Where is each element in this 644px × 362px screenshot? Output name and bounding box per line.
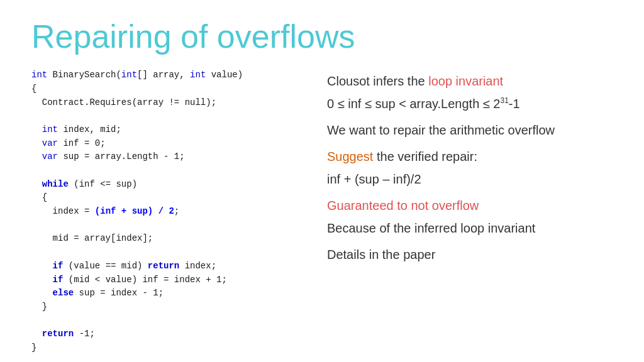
code-line-4 [31, 109, 308, 123]
code-type-int2: int [121, 70, 137, 80]
code-line-12 [31, 219, 308, 233]
code-keyword-return2: return [42, 329, 74, 339]
right-line2-text: 0 ≤ inf ≤ sup < array.Length ≤ 2 [327, 97, 501, 111]
right-panel: Clousot infers the loop invariant 0 ≤ in… [327, 69, 613, 354]
code-type-int4: int [42, 124, 58, 134]
code-line-19 [31, 314, 308, 328]
right-line6-highlight: Guaranteed to not overflow [327, 199, 479, 212]
code-line-8 [31, 164, 308, 178]
right-line5-text: inf + (sup – inf)/2 [327, 172, 421, 186]
code-line-20: return -1; [31, 327, 308, 341]
code-line-6: var inf = 0; [31, 137, 308, 151]
code-panel: int BinarySearch(int[] array, int value)… [31, 69, 308, 354]
code-line-1: int BinarySearch(int[] array, int value) [31, 69, 308, 82]
right-line7-text: Because of the inferred loop invariant [327, 221, 535, 235]
code-line-2: { [31, 82, 308, 96]
code-line-10: { [31, 191, 308, 205]
slide: Repairing of overflows int BinarySearch(… [0, 0, 644, 362]
right-line2-sup: 31 [501, 97, 509, 106]
code-keyword-return1: return [148, 261, 179, 271]
code-line-18: } [31, 300, 308, 314]
right-line-8: Details in the paper [327, 244, 613, 265]
right-line2-suffix: -1 [509, 97, 520, 111]
code-type-var2: var [42, 151, 58, 162]
code-type-int3: int [190, 70, 206, 80]
code-line-7: var sup = array.Length - 1; [31, 150, 308, 164]
right-line-3: We want to repair the arithmetic overflo… [327, 120, 613, 140]
code-line-3: Contract.Requires(array != null); [31, 96, 308, 110]
right-line-7: Because of the inferred loop invariant [327, 218, 613, 238]
code-keyword-while: while [42, 179, 69, 189]
code-line-16: if (mid < value) inf = index + 1; [31, 273, 308, 287]
right-line1-highlight: loop invariant [428, 74, 503, 88]
right-line-1: Clousot infers the loop invariant [327, 71, 613, 91]
right-line1-prefix: Clousot infers the [327, 74, 428, 88]
code-line-9: while (inf <= sup) [31, 178, 308, 192]
code-line-17: else sup = index - 1; [31, 287, 308, 300]
code-line-15: if (value == mid) return index; [31, 260, 308, 273]
code-line-21: } [31, 341, 308, 355]
code-keyword-else: else [53, 288, 74, 298]
content-area: int BinarySearch(int[] array, int value)… [31, 69, 613, 354]
slide-title: Repairing of overflows [31, 19, 613, 55]
code-keyword-int: int [31, 70, 47, 80]
code-type-var1: var [42, 138, 58, 148]
code-keyword-if1: if [53, 261, 64, 271]
code-line-14 [31, 246, 308, 260]
code-highlight-expr: (inf + sup) / 2 [95, 206, 174, 216]
right-line8-text: Details in the paper [327, 248, 435, 261]
right-line-2: 0 ≤ inf ≤ sup < array.Length ≤ 231-1 [327, 94, 613, 114]
code-line-11: index = (inf + sup) / 2; [31, 205, 308, 219]
code-line-13: mid = array[index]; [31, 232, 308, 246]
right-line-6: Guaranteed to not overflow [327, 195, 613, 216]
right-line3-text: We want to repair the arithmetic overflo… [327, 123, 555, 137]
right-line-4: Suggest the verified repair: [327, 146, 613, 167]
right-line4-highlight: Suggest [327, 150, 373, 163]
code-keyword-if2: if [53, 275, 64, 285]
right-line4-suffix: the verified repair: [373, 150, 477, 163]
code-line-5: int index, mid; [31, 123, 308, 137]
right-line-5: inf + (sup – inf)/2 [327, 169, 613, 189]
